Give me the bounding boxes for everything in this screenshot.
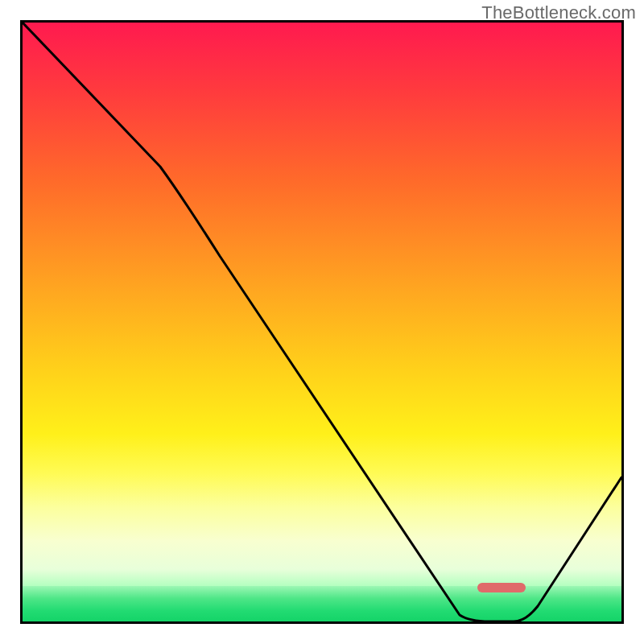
- plot-frame: [20, 20, 624, 624]
- curve-svg: [23, 23, 621, 621]
- bottleneck-curve: [23, 23, 621, 621]
- chart-canvas: TheBottleneck.com: [0, 0, 644, 644]
- optimum-marker: [477, 583, 526, 592]
